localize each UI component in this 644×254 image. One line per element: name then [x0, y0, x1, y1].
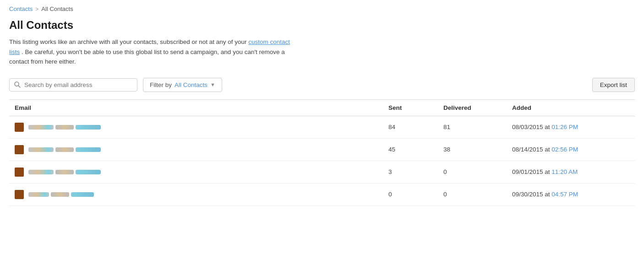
svg-line-1 — [18, 86, 20, 87]
search-box[interactable] — [9, 78, 137, 92]
svg-point-0 — [15, 82, 19, 86]
avatar — [15, 190, 24, 199]
avatar — [15, 168, 24, 177]
added-time: 01:26 PM — [551, 124, 578, 130]
delivered-cell: 0 — [438, 183, 507, 205]
added-time: 02:56 PM — [551, 146, 578, 153]
added-cell: 08/03/2015 at 01:26 PM — [507, 116, 635, 138]
email-segment-1 — [28, 170, 54, 174]
email-blur — [28, 147, 101, 152]
added-time: 04:57 PM — [551, 191, 578, 198]
email-segment-3 — [71, 192, 94, 197]
table-row[interactable]: 848108/03/2015 at 01:26 PM — [9, 116, 635, 138]
col-email: Email — [9, 99, 383, 116]
email-segment-3 — [76, 147, 101, 152]
delivered-cell: 38 — [438, 138, 507, 161]
breadcrumb: Contacts > All Contacts — [9, 5, 635, 12]
export-list-button[interactable]: Export list — [592, 78, 635, 92]
added-cell: 08/14/2015 at 02:56 PM — [507, 138, 635, 161]
table-row[interactable]: 453808/14/2015 at 02:56 PM — [9, 138, 635, 161]
email-segment-3 — [76, 170, 101, 174]
email-segment-2 — [51, 192, 69, 197]
sent-cell: 84 — [383, 116, 438, 138]
email-cell — [9, 161, 383, 183]
added-date: 09/30/2015 at — [512, 191, 551, 198]
breadcrumb-current: All Contacts — [41, 5, 73, 12]
col-added: Added — [507, 99, 635, 116]
filter-label-prefix: Filter by — [150, 81, 172, 88]
email-cell — [9, 138, 383, 161]
search-input[interactable] — [24, 81, 132, 88]
email-cell — [9, 183, 383, 205]
table-row[interactable]: 3009/01/2015 at 11:20 AM — [9, 161, 635, 183]
email-segment-2 — [55, 147, 74, 152]
email-segment-1 — [28, 147, 54, 152]
sent-cell: 45 — [383, 138, 438, 161]
page-title: All Contacts — [9, 19, 635, 32]
col-sent: Sent — [383, 99, 438, 116]
avatar — [15, 123, 24, 132]
toolbar: Filter by All Contacts ▼ Export list — [9, 78, 635, 92]
table-row[interactable]: 0009/30/2015 at 04:57 PM — [9, 183, 635, 205]
sent-cell: 0 — [383, 183, 438, 205]
sent-cell: 3 — [383, 161, 438, 183]
email-segment-1 — [28, 192, 49, 197]
contacts-table: Email Sent Delivered Added 848108/03/201… — [9, 99, 635, 206]
email-blur — [28, 125, 101, 130]
delivered-cell: 81 — [438, 116, 507, 138]
table-header-row: Email Sent Delivered Added — [9, 99, 635, 116]
email-blur — [28, 192, 94, 197]
email-segment-2 — [55, 125, 74, 130]
email-segment-2 — [55, 170, 74, 174]
added-date: 08/14/2015 at — [512, 146, 551, 153]
avatar — [15, 145, 24, 154]
col-delivered: Delivered — [438, 99, 507, 116]
added-cell: 09/30/2015 at 04:57 PM — [507, 183, 635, 205]
chevron-down-icon: ▼ — [210, 82, 215, 87]
delivered-cell: 0 — [438, 161, 507, 183]
search-icon — [14, 81, 21, 88]
email-segment-3 — [76, 125, 101, 130]
filter-dropdown-button[interactable]: Filter by All Contacts ▼ — [143, 78, 222, 92]
email-cell — [9, 116, 383, 138]
added-time: 11:20 AM — [551, 168, 578, 175]
breadcrumb-parent[interactable]: Contacts — [9, 5, 33, 12]
email-segment-1 — [28, 125, 54, 130]
email-blur — [28, 170, 101, 174]
page-description: This listing works like an archive with … — [9, 37, 293, 67]
filter-value: All Contacts — [175, 81, 207, 88]
breadcrumb-separator: > — [35, 6, 38, 12]
added-date: 08/03/2015 at — [512, 124, 551, 130]
added-date: 09/01/2015 at — [512, 168, 551, 175]
added-cell: 09/01/2015 at 11:20 AM — [507, 161, 635, 183]
